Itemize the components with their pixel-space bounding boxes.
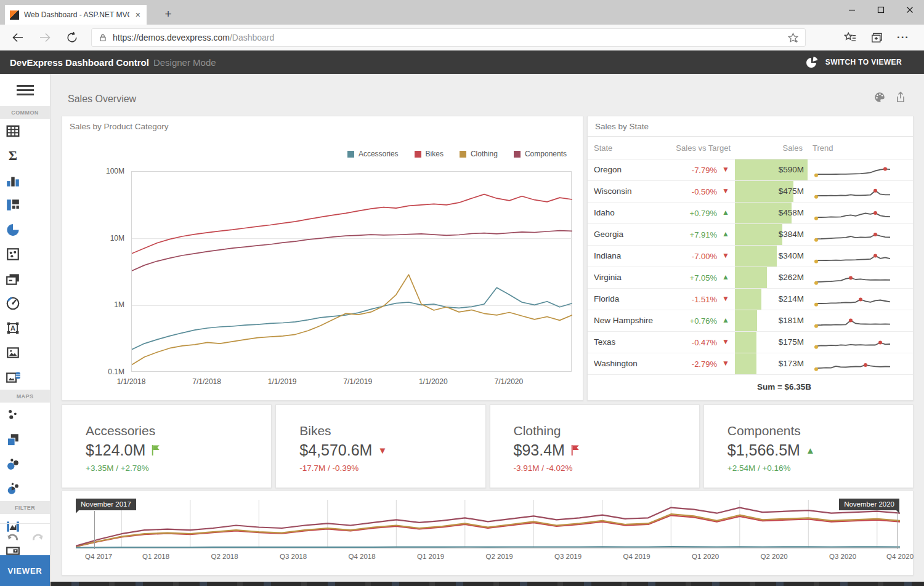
kpi-card-delta: +3.35M / +2.78% [86, 464, 271, 473]
minimize-icon[interactable] [837, 0, 866, 19]
column-header-sales: Sales [782, 143, 803, 153]
triangle-down-icon: ▼ [719, 359, 732, 367]
kpi-card-title: Accessories [86, 423, 271, 438]
kpi-card-clothing[interactable]: Clothing$93.4M-3.91M / -4.02% [490, 404, 700, 488]
toolbox-item-bound-image[interactable] [0, 365, 25, 390]
legend-label: Accessories [359, 150, 399, 158]
toolbox-item-gauge[interactable] [0, 291, 25, 316]
flag-bad-icon [570, 444, 581, 456]
table-row[interactable]: Texas-0.47%▼$175M [588, 332, 913, 353]
close-icon[interactable] [895, 0, 924, 19]
switch-to-viewer-button[interactable]: SWITCH TO VIEWER [804, 55, 902, 69]
kpi-value-text: $1,566.5M [727, 441, 800, 459]
table-row[interactable]: New Hampshire+0.76%▲$181M [588, 310, 913, 332]
devexpress-favicon-icon [10, 10, 19, 20]
cell-state: Georgia [594, 230, 623, 239]
toolbox-item-bubble-map[interactable] [0, 452, 25, 476]
toolbox-item-geo-point-map[interactable] [0, 403, 25, 427]
cell-sales: $262M [735, 273, 804, 282]
toolbox-item-text-box[interactable]: A [0, 316, 25, 340]
choropleth-map-icon [6, 432, 20, 447]
page-footer-strip [51, 582, 924, 586]
export-icon[interactable] [894, 91, 907, 103]
toolbox-item-cards[interactable] [0, 267, 25, 291]
legend-item-bikes[interactable]: Bikes [415, 150, 444, 158]
trend-sparkline [813, 162, 894, 179]
x-axis-tick: 7/1/2020 [494, 377, 523, 386]
lock-icon [98, 32, 108, 43]
kpi-card-value: $93.4M [514, 441, 699, 459]
bound-image-icon [6, 370, 20, 385]
more-menu-icon[interactable]: ··· [897, 31, 909, 44]
range-end-badge[interactable]: November 2020 [839, 499, 899, 510]
x-axis-tick: 7/1/2019 [343, 377, 372, 386]
svg-text:Σ: Σ [8, 148, 17, 163]
range-end-handle[interactable] [898, 511, 898, 549]
cell-sales-vs-target: +7.05% [690, 273, 717, 283]
range-filter-panel[interactable]: November 2017 November 2020 Q4 2017Q1 20… [62, 491, 914, 576]
table-row[interactable]: Georgia+7.91%▲$384M [588, 224, 913, 246]
back-arrow-icon[interactable] [7, 27, 28, 48]
triangle-up-icon: ▲ [806, 446, 815, 455]
range-start-handle[interactable] [94, 511, 95, 549]
sales-by-state-panel[interactable]: Sales by State State Sales vs Target Sal… [587, 116, 914, 401]
cell-sales: $173M [735, 359, 804, 368]
kpi-card-components[interactable]: Components$1,566.5M▲+2.54M / +0.16% [703, 404, 914, 488]
toolbox-item-pie-map[interactable] [0, 476, 25, 501]
range-x-tick: Q2 2020 [761, 553, 788, 560]
range-x-tick: Q2 2019 [486, 553, 513, 560]
flag-good-icon [151, 444, 161, 456]
legend-swatch-icon [460, 151, 466, 158]
trend-sparkline [813, 356, 894, 372]
table-row[interactable]: Indiana-7.00%▼$340M [588, 246, 913, 267]
table-row[interactable]: Idaho+0.79%▲$458M [588, 203, 913, 224]
refresh-icon[interactable] [62, 27, 83, 48]
cards-icon [6, 271, 20, 286]
toolbox-section-label: FILTER [0, 501, 50, 514]
legend-item-clothing[interactable]: Clothing [460, 150, 498, 158]
column-header-trend: Trend [813, 143, 833, 153]
cell-sales-vs-target: -0.47% [692, 338, 717, 347]
table-row[interactable]: Wisconsin-0.50%▼$475M [588, 181, 913, 203]
add-favorite-icon[interactable] [787, 32, 799, 44]
toolbox-item-treemap[interactable] [0, 193, 25, 217]
table-row[interactable]: Oregon-7.79%▼$590M [588, 159, 913, 181]
toolbox-item-chart-bar[interactable] [0, 168, 25, 193]
kpi-card-title: Clothing [514, 423, 699, 438]
redo-icon[interactable] [30, 530, 46, 545]
table-row[interactable]: Virginia+7.05%▲$262M [588, 267, 913, 289]
new-tab-button[interactable]: + [159, 5, 177, 23]
dashboard-title: Sales Overview [68, 94, 136, 105]
toolbox-item-image[interactable] [0, 340, 25, 365]
cell-state: Florida [594, 294, 619, 303]
sales-by-category-panel[interactable]: Sales by Product Category AccessoriesBik… [62, 116, 583, 401]
toolbox-item-pie-chart[interactable] [0, 217, 25, 242]
url-field[interactable]: https://demos.devexpress.com/Dashboard [91, 28, 806, 47]
toolbox-item-sum[interactable]: Σ [0, 143, 25, 168]
tab-close-icon[interactable]: × [134, 10, 142, 20]
kpi-value-text: $124.0M [86, 441, 145, 459]
toolbox-item-choropleth-map[interactable] [0, 427, 25, 452]
trend-sparkline [813, 270, 894, 286]
viewer-button[interactable]: VIEWER [0, 555, 50, 586]
browser-tab[interactable]: Web Dashboard - ASP.NET MVC × [5, 5, 147, 25]
collections-icon[interactable] [870, 31, 883, 44]
triangle-down-icon: ▼ [378, 446, 387, 455]
toolbox-item-scatter-chart[interactable] [0, 242, 25, 267]
legend-item-components[interactable]: Components [514, 150, 567, 158]
table-row[interactable]: Florida-1.51%▼$214M [588, 289, 913, 310]
kpi-card-accessories[interactable]: Accessories$124.0M+3.35M / +2.78% [62, 404, 272, 488]
forward-arrow-icon[interactable] [34, 27, 55, 48]
legend-item-accessories[interactable]: Accessories [347, 150, 399, 158]
maximize-icon[interactable] [866, 0, 895, 19]
favorites-bar-icon[interactable] [844, 31, 857, 44]
triangle-down-icon: ▼ [719, 294, 732, 303]
range-start-badge[interactable]: November 2017 [76, 499, 136, 510]
toolbox-menu-button[interactable] [0, 74, 50, 106]
color-scheme-icon[interactable] [873, 91, 886, 103]
x-axis-tick: 1/1/2019 [268, 377, 297, 386]
kpi-card-bikes[interactable]: Bikes$4,570.6M▼-17.7M / -0.39% [275, 404, 485, 488]
table-row[interactable]: Washington-2.79%▼$173M [588, 353, 913, 375]
toolbox-item-pivot-grid[interactable] [0, 119, 25, 143]
undo-icon[interactable] [5, 530, 21, 545]
